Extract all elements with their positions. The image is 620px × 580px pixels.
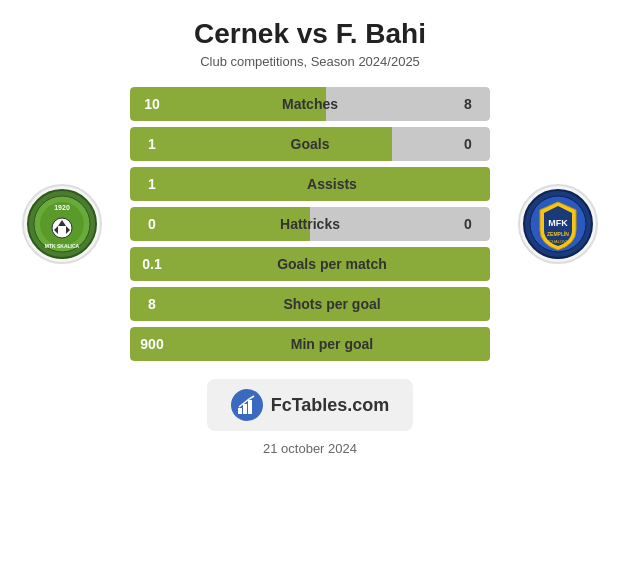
svg-text:1920: 1920 [54,204,70,211]
bars-container: 10Matches81Goals01Assists0Hattricks00.1G… [130,87,490,361]
stat-left-val-2: 1 [130,167,174,201]
stat-left-val-4: 0.1 [130,247,174,281]
stat-bar-mid-0: Matches [174,87,446,121]
fctables-logo[interactable]: FcTables.com [207,379,414,431]
stat-left-val-3: 0 [130,207,174,241]
stats-section: 1920 MTK SKALICA 10Matches81Goals01Assis… [10,87,610,361]
stat-right-val-1: 0 [446,127,490,161]
stat-right-val-0: 8 [446,87,490,121]
svg-text:MICHALOVCE: MICHALOVCE [545,239,572,244]
page-subtitle: Club competitions, Season 2024/2025 [200,54,420,69]
stat-bar-mid-2: Assists [174,167,490,201]
stat-row-6: 900Min per goal [130,327,490,361]
stat-left-val-6: 900 [130,327,174,361]
page-wrapper: Cernek vs F. Bahi Club competitions, Sea… [0,0,620,580]
svg-rect-16 [248,400,252,414]
page-title: Cernek vs F. Bahi [194,18,426,50]
stat-row-2: 1Assists [130,167,490,201]
stat-row-1: 1Goals0 [130,127,490,161]
team-logo-right: MFK ZEMPLÍN MICHALOVCE [518,184,598,264]
stat-right-val-3: 0 [446,207,490,241]
svg-text:ZEMPLÍN: ZEMPLÍN [547,230,569,237]
date-label: 21 october 2024 [263,441,357,456]
stat-row-4: 0.1Goals per match [130,247,490,281]
svg-text:MFK: MFK [548,218,568,228]
stat-bar-mid-6: Min per goal [174,327,490,361]
stat-row-5: 8Shots per goal [130,287,490,321]
svg-text:MTK SKALICA: MTK SKALICA [45,243,80,249]
stat-left-val-0: 10 [130,87,174,121]
stat-left-val-1: 1 [130,127,174,161]
stat-row-0: 10Matches8 [130,87,490,121]
stat-bar-mid-1: Goals [174,127,446,161]
fctables-icon [231,389,263,421]
team-logo-left: 1920 MTK SKALICA [22,184,102,264]
stat-bar-mid-4: Goals per match [174,247,490,281]
stat-bar-mid-3: Hattricks [174,207,446,241]
stat-row-3: 0Hattricks0 [130,207,490,241]
fctables-label: FcTables.com [271,395,390,416]
svg-rect-15 [243,404,247,414]
svg-rect-14 [238,408,242,414]
stat-bar-mid-5: Shots per goal [174,287,490,321]
stat-left-val-5: 8 [130,287,174,321]
